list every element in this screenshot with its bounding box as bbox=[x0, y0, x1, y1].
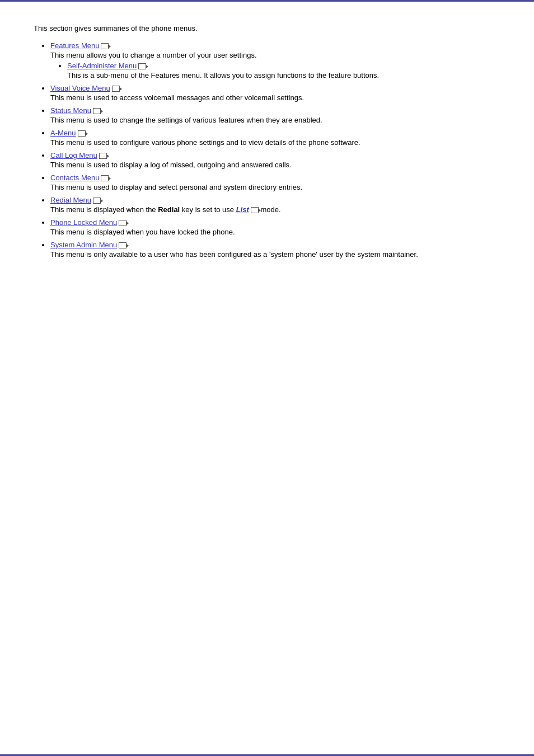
self-administer-link[interactable]: Self-Administer Menu bbox=[67, 62, 137, 70]
redial-bold: Redial bbox=[158, 205, 180, 214]
contacts-desc: This menu is used to display and select … bbox=[50, 183, 500, 191]
visual-voice-link[interactable]: Visual Voice Menu bbox=[50, 84, 110, 92]
list-item-system-admin-menu: System Admin Menu This menu is only avai… bbox=[50, 241, 500, 259]
system-admin-desc: This menu is only available to a user wh… bbox=[50, 250, 500, 259]
system-admin-icon bbox=[119, 242, 127, 248]
self-administer-desc: This is a sub-menu of the Features menu.… bbox=[67, 71, 500, 79]
redial-desc: This menu is displayed when the Redial k… bbox=[50, 205, 500, 214]
a-menu-desc: This menu is used to configure various p… bbox=[50, 138, 500, 147]
contacts-link[interactable]: Contacts Menu bbox=[50, 173, 99, 182]
redial-label-row: Redial Menu bbox=[50, 196, 500, 204]
self-administer-label-row: Self-Administer Menu bbox=[67, 62, 500, 70]
a-menu-icon bbox=[78, 130, 86, 137]
features-menu-link[interactable]: Features Menu bbox=[50, 41, 99, 50]
phone-locked-icon bbox=[119, 220, 127, 226]
status-menu-label-row: Status Menu bbox=[50, 106, 500, 115]
visual-voice-icon bbox=[112, 86, 120, 92]
list-item-features-menu: Features Menu This menu allows you to ch… bbox=[50, 41, 500, 79]
status-menu-link[interactable]: Status Menu bbox=[50, 106, 91, 115]
call-log-link[interactable]: Call Log Menu bbox=[50, 151, 97, 159]
main-menu-list: Features Menu This menu allows you to ch… bbox=[34, 41, 500, 259]
redial-icon bbox=[93, 198, 101, 204]
page-content: This section gives summaries of the phon… bbox=[0, 2, 534, 297]
call-log-desc: This menu is used to display a log of mi… bbox=[50, 161, 500, 169]
redial-link[interactable]: Redial Menu bbox=[50, 196, 91, 204]
list-item-call-log-menu: Call Log Menu This menu is used to displ… bbox=[50, 151, 500, 169]
features-menu-desc: This menu allows you to change a number … bbox=[50, 51, 500, 59]
a-menu-label-row: A-Menu bbox=[50, 129, 500, 137]
contacts-icon bbox=[101, 175, 109, 181]
status-menu-icon bbox=[93, 108, 101, 114]
intro-text: This section gives summaries of the phon… bbox=[34, 24, 500, 32]
list-item-phone-locked-menu: Phone Locked Menu This menu is displayed… bbox=[50, 218, 500, 236]
features-menu-label-row: Features Menu bbox=[50, 41, 500, 50]
call-log-icon bbox=[99, 153, 107, 159]
list-item-visual-voice-menu: Visual Voice Menu This menu is used to a… bbox=[50, 84, 500, 102]
visual-voice-label-row: Visual Voice Menu bbox=[50, 84, 500, 92]
phone-locked-desc: This menu is displayed when you have loc… bbox=[50, 228, 500, 236]
contacts-label-row: Contacts Menu bbox=[50, 173, 500, 182]
features-sub-list: Self-Administer Menu This is a sub-menu … bbox=[50, 62, 500, 79]
visual-voice-desc: This menu is used to access voicemail me… bbox=[50, 93, 500, 102]
status-menu-desc: This menu is used to change the settings… bbox=[50, 116, 500, 124]
list-item-self-administer: Self-Administer Menu This is a sub-menu … bbox=[67, 62, 500, 79]
system-admin-label-row: System Admin Menu bbox=[50, 241, 500, 249]
list-mode-link[interactable]: List bbox=[236, 205, 249, 214]
phone-locked-link[interactable]: Phone Locked Menu bbox=[50, 218, 117, 227]
self-administer-icon bbox=[138, 63, 146, 69]
system-admin-link[interactable]: System Admin Menu bbox=[50, 241, 117, 249]
list-item-a-menu: A-Menu This menu is used to configure va… bbox=[50, 129, 500, 147]
list-mode-icon bbox=[251, 207, 259, 213]
list-item-contacts-menu: Contacts Menu This menu is used to displ… bbox=[50, 173, 500, 191]
phone-locked-label-row: Phone Locked Menu bbox=[50, 218, 500, 227]
a-menu-link[interactable]: A-Menu bbox=[50, 129, 76, 137]
list-item-status-menu: Status Menu This menu is used to change … bbox=[50, 106, 500, 124]
list-item-redial-menu: Redial Menu This menu is displayed when … bbox=[50, 196, 500, 214]
call-log-label-row: Call Log Menu bbox=[50, 151, 500, 159]
features-menu-icon bbox=[101, 43, 109, 49]
